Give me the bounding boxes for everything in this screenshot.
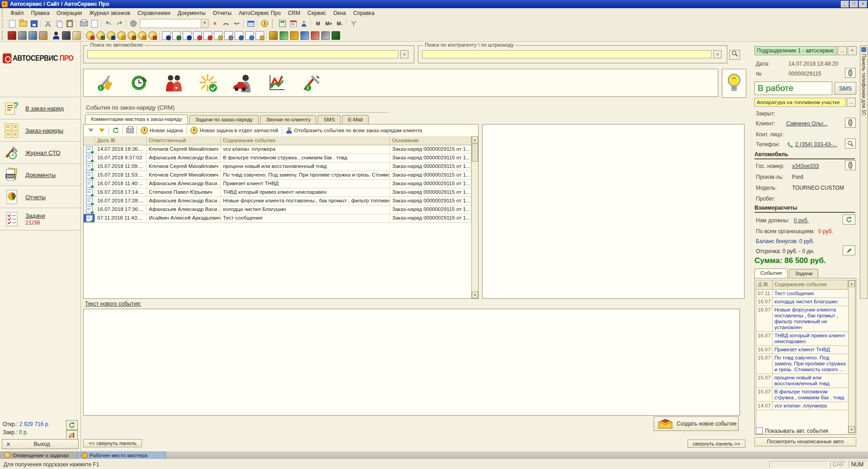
note-expand-button[interactable]: ... [847,98,856,107]
clear-contractor-search-icon[interactable]: × [713,50,721,58]
event-row[interactable]: 16.07Новые форсунки клиента поставлены ,… [756,306,848,332]
printer-1-icon[interactable] [18,31,27,40]
scroll-up-icon[interactable]: ▲ [849,280,855,287]
barcode-search-button[interactable] [729,50,740,60]
menu-documents[interactable]: Документы [174,9,209,17]
print-icon[interactable] [79,19,89,29]
tab-events[interactable]: События [754,268,787,278]
order-attachment-button[interactable] [845,68,856,78]
filter-icon[interactable] [86,125,96,135]
table-row[interactable]: 14.07.2018 18:36:...Клочков Сергей Михай… [84,145,471,154]
refresh-money-button[interactable] [66,420,78,430]
money-4-icon[interactable] [117,31,126,40]
green-plus-icon[interactable] [280,31,288,40]
report-red-icon[interactable] [311,31,319,40]
toolbar2-grip[interactable] [2,31,5,40]
tab-master-comments[interactable]: Комментарии мастера к заказ-наряду [85,115,188,124]
telephony-panel-tab[interactable]: Панель телефонии для 1С [860,45,868,299]
order-info-icon[interactable]: i [95,72,115,93]
money-2-icon[interactable] [96,31,105,40]
doc-person-4-icon[interactable] [193,31,202,40]
doc-person-3-icon[interactable] [183,31,191,40]
quick-search-combobox[interactable]: ▼ [140,19,209,28]
create-event-button[interactable]: Создать новое событие [654,416,739,431]
tab-order-tasks[interactable]: Задачи по заказ-наряду [189,115,259,124]
doc-person-2-icon[interactable] [172,31,181,40]
department-clear-icon[interactable]: × [848,46,857,55]
money-7-icon[interactable] [148,31,157,40]
cut-icon[interactable] [43,19,53,29]
windows-icon[interactable] [246,19,256,29]
menu-crm[interactable]: CRM [284,9,304,17]
service-settings-icon[interactable] [349,19,359,29]
view-unrecorded-button[interactable]: Посмотреть незаписанные авто [754,437,856,446]
sidebar-item-reports[interactable]: Отчеты [0,186,81,208]
exit-button[interactable]: ✕ Выход [2,439,79,449]
print-list-icon[interactable] [125,125,135,135]
table-row-selected[interactable]: 07.11.2018 11:43:...Исайкин Алексей Арка… [84,214,471,223]
doc-person-9-icon[interactable] [245,31,254,40]
sidebar-item-documents[interactable]: DOC Документы [0,164,81,186]
maximize-button[interactable]: □ [850,1,858,8]
open-icon[interactable] [18,19,28,29]
scroll-thumb[interactable] [472,144,478,162]
doc-person-6-icon[interactable] [214,31,223,40]
department-field[interactable]: Подразделение 1 - автосервис 1 [754,46,837,55]
phone-search-button[interactable] [845,139,856,148]
sidebar-item-sto-journal[interactable]: Журнал СТО [0,142,81,164]
info-icon[interactable]: i [260,19,270,29]
money-bag-icon[interactable] [269,31,278,40]
new-task-button[interactable]: Новая задача [138,126,185,135]
client-link[interactable]: Савченко Ольг... [786,120,828,127]
hint-box[interactable] [722,69,746,98]
new-document-icon[interactable] [7,19,17,29]
table-row[interactable]: 16.07.2018 11:40:...Афанасьев Александр … [84,180,471,188]
transfer-icon[interactable] [290,31,299,40]
search-auto-input[interactable] [87,50,398,58]
new-event-icon[interactable] [198,72,218,93]
taskbar-tab-master-workplace[interactable]: Рабочее место мастера [77,451,166,459]
sidebar-item-tasks[interactable]: Задачи 21/38 [0,208,81,230]
phone-link[interactable]: 2 (354) 333-43-... [795,141,837,148]
tab-tasks[interactable]: Задачи [789,269,818,278]
menu-autoservice-pro[interactable]: АвтоСервис Про [235,9,285,17]
menu-grip[interactable] [2,9,5,17]
copy-icon[interactable] [54,19,64,29]
menu-references[interactable]: Справочники [134,9,174,17]
money-chart-button[interactable] [66,430,78,440]
user-search-icon[interactable] [299,19,309,29]
tab-sms[interactable]: SMS [318,115,341,124]
paste-icon[interactable] [65,19,75,29]
event-row[interactable]: 15.07процени новый или восстановленный т… [756,374,848,388]
show-all-events-button[interactable]: Отобразить события по всем заказ-нарядам… [284,126,425,134]
gos-number-link[interactable]: х343ое333 [792,163,819,169]
table-row[interactable]: 15.07.2018 11:09:...Клочков Сергей Михай… [84,163,471,171]
close-button[interactable]: × [859,1,867,8]
clear-auto-search-icon[interactable]: × [400,50,408,58]
menu-call-log[interactable]: Журнал звонков [85,9,134,17]
menu-service[interactable]: Сервис [304,9,330,17]
table-row[interactable]: 15.07.2018 11:53:...Клочков Сергей Михай… [84,171,471,180]
table-row[interactable]: 16.07.2018 17:14:...Степанов Павел Юрьев… [84,188,471,197]
menu-reports[interactable]: Отчеты [209,9,235,17]
car-client-icon[interactable] [232,72,253,93]
sidebar-item-to-work-order[interactable]: ? В заказ-наряд [0,97,81,120]
save-icon[interactable] [29,19,39,29]
new-task-parts-button[interactable]: Новая задача в отдел запчастей [188,126,280,135]
calendar-icon[interactable]: 31 [288,19,298,29]
calculator-icon[interactable] [277,19,287,29]
cash-register-icon[interactable] [62,31,71,40]
events-table-header[interactable]: Дата Ответственный Содержание события Ос… [84,136,471,145]
department-select-button[interactable]: ... [838,46,847,55]
reports-chart-icon[interactable] [266,72,287,93]
doc-person-7-icon[interactable] [224,31,233,40]
doc-person-10-icon[interactable] [256,31,264,40]
find-icon[interactable] [128,19,138,29]
order-status-field[interactable]: В работе [754,81,832,95]
menu-file[interactable]: Файл [7,9,28,17]
money-3-icon[interactable] [107,31,115,40]
money-5-icon[interactable] [128,31,136,40]
money-6-icon[interactable] [138,31,147,40]
redo-icon[interactable] [114,19,124,29]
taskbar-tab-notifications[interactable]: Оповещение о задачах [0,451,77,459]
